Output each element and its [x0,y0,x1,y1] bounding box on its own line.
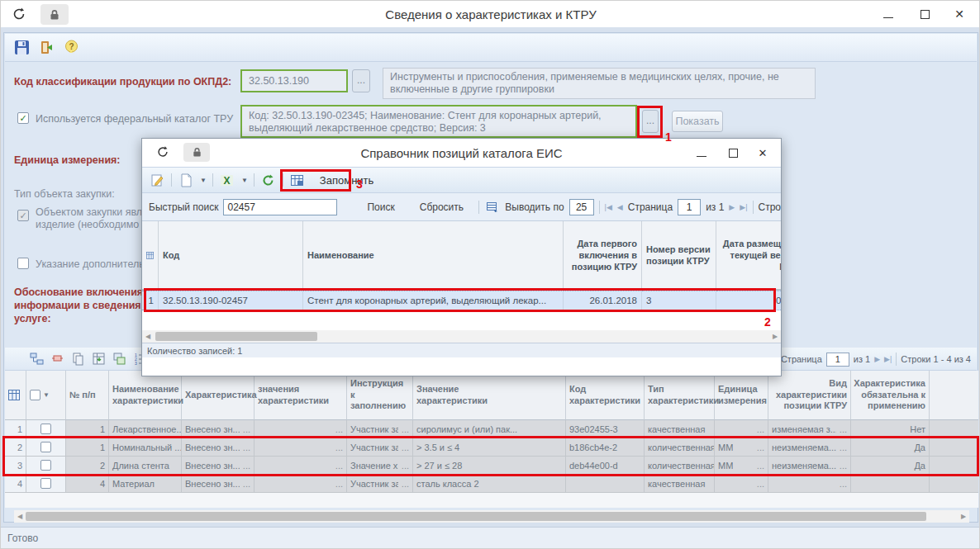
table-row[interactable]: 1 1 Лекарственное... Внесено зн...... ..… [5,420,978,438]
ellipsis-button[interactable]: ... [243,479,250,489]
scroll-right-icon[interactable]: ▶ [769,330,781,343]
column-header-npp[interactable]: № п/п [66,371,109,420]
copy-table-icon[interactable] [111,351,127,367]
ellipsis-button[interactable]: ... [335,479,343,489]
modal-horizontal-scrollbar[interactable]: ◀ ▶ [142,330,781,343]
scroll-left-icon[interactable]: ◀ [142,330,154,343]
row-select-cell[interactable] [26,475,66,493]
new-document-icon[interactable] [178,172,194,188]
okpd2-code-field[interactable]: 32.50.13.190 [240,69,348,92]
column-header-name[interactable]: Наименование характеристики [109,371,182,420]
ellipsis-button[interactable]: ... [402,443,409,452]
ellipsis-button[interactable]: ... [840,424,847,434]
refresh-grid-icon[interactable] [260,172,277,188]
reset-button[interactable]: Сбросить [410,199,473,215]
add-row-icon[interactable] [28,351,45,367]
ellipsis-button[interactable]: ... [840,443,847,452]
page-input[interactable] [678,199,701,215]
search-button[interactable]: Поиск [357,199,404,215]
column-header-name[interactable]: Наименование [303,221,564,291]
memorize-button[interactable]: Запомнить [312,171,382,190]
row-checkbox[interactable] [40,460,51,471]
row-select-cell[interactable] [26,438,66,457]
column-header-kind[interactable]: Вид характеристики позиции КТРУ [768,371,851,420]
prev-page-icon[interactable]: ◀ [617,203,623,211]
federal-lookup-button[interactable]: ... [642,110,659,133]
ellipsis-button[interactable]: ... [243,461,250,471]
scrollbar-thumb[interactable] [26,512,926,521]
federal-catalog-checkbox[interactable] [17,112,29,124]
last-page-icon[interactable]: ▶| [884,355,892,363]
column-header-type[interactable]: Тип характеристики [645,371,715,420]
column-header-date-current[interactable]: Дата размещения текущей версии КТРУ [716,221,781,291]
ellipsis-button[interactable]: ... [402,479,409,489]
column-header-value[interactable]: Значение характеристики [413,371,566,420]
ellipsis-button[interactable]: ... [335,461,343,471]
table-row[interactable]: 3 2 Длина стента Внесено зн...... ... Зн… [5,457,978,475]
import-table-icon[interactable] [90,351,107,367]
maximize-button[interactable] [908,1,941,27]
ellipsis-button[interactable]: ... [335,443,343,452]
scroll-left-icon[interactable]: ◀ [14,510,26,523]
chevron-down-icon[interactable]: ▼ [200,177,207,184]
delete-row-icon[interactable] [49,351,65,367]
ellipsis-button[interactable]: ... [402,461,409,471]
excel-export-icon[interactable]: X [219,172,235,188]
close-button[interactable]: ✕ [943,1,976,27]
additional-info-checkbox[interactable] [17,258,29,269]
column-header-version[interactable]: Номер версии позиции КТРУ [642,221,716,291]
chevron-down-icon[interactable]: ▼ [241,177,248,184]
next-page-icon[interactable]: ▶ [874,355,880,363]
object-is-medical-checkbox[interactable] [17,210,29,221]
select-all-checkbox[interactable] [30,390,40,400]
table-settings-icon[interactable] [289,172,306,188]
row-checkbox[interactable] [40,478,51,489]
first-page-icon[interactable]: |◀ [605,203,612,211]
exit-icon[interactable] [38,40,55,56]
modal-maximize-button[interactable] [718,139,748,167]
grid-icon[interactable] [142,221,159,291]
ellipsis-button[interactable]: ... [757,479,764,489]
show-button[interactable]: Показать [672,111,723,132]
column-header-required[interactable]: Характеристика обязательна к применению [851,371,930,420]
page-input[interactable] [826,353,849,367]
ellipsis-button[interactable]: ... [335,424,343,434]
column-header-code[interactable]: Код [159,221,303,291]
column-header-date-first[interactable]: Дата первого включения в позицию КТРУ [564,221,642,291]
select-all-header[interactable]: ▼ [26,371,66,420]
catalog-row-selected[interactable]: 1 32.50.13.190-02457 Стент для коронарны… [142,291,781,310]
copy-row-icon[interactable] [69,351,86,367]
column-header-characteristic[interactable]: Характеристика [182,371,255,420]
column-header-unit[interactable]: Единица измерения [715,371,768,420]
table-row[interactable]: 2 1 Номинальный ... Внесено зн...... ...… [5,438,978,457]
table-row[interactable]: 4 4 Материал Внесено зн...... ... Участн… [5,475,978,493]
ellipsis-button[interactable]: ... [840,461,847,471]
ellipsis-button[interactable]: ... [402,424,409,434]
ellipsis-button[interactable]: ... [243,443,250,452]
next-page-icon[interactable]: ▶ [729,203,735,211]
modal-minimize-button[interactable] [687,139,716,167]
row-checkbox[interactable] [40,442,51,452]
modal-close-button[interactable]: ✕ [748,139,778,167]
ellipsis-button[interactable]: ... [243,424,250,434]
save-icon[interactable] [13,40,30,56]
edit-icon[interactable] [149,172,165,188]
minimize-button[interactable] [872,1,905,27]
row-select-cell[interactable] [26,457,66,475]
ellipsis-button[interactable]: ... [757,461,764,471]
column-header-instruction[interactable]: Инструкция к заполнению [347,371,413,420]
scroll-right-icon[interactable]: ▶ [958,510,969,523]
quick-search-input[interactable] [223,199,337,215]
column-settings-icon[interactable] [484,199,500,215]
per-page-input[interactable] [569,199,594,215]
ellipsis-button[interactable]: ... [840,479,847,489]
column-header-value-way[interactable]: значения характеристики [255,371,347,420]
column-header-code[interactable]: Код характеристики [566,371,645,420]
ellipsis-button[interactable]: ... [757,424,764,434]
row-checkbox[interactable] [40,424,51,434]
last-page-icon[interactable]: ▶| [740,203,747,211]
grid-icon[interactable] [5,371,26,420]
help-icon[interactable]: ? [63,40,79,56]
grid-horizontal-scrollbar[interactable]: ◀ ▶ [14,510,969,523]
okpd2-lookup-button[interactable]: ... [352,69,370,92]
